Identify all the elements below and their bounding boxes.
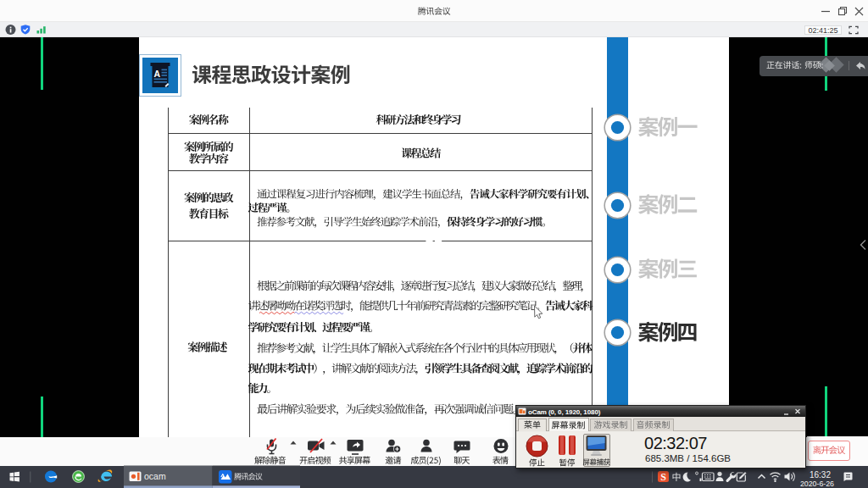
svg-text:oCam (0, 0, 1920, 1080): oCam (0, 0, 1920, 1080) — [528, 408, 601, 416]
svg-text:685.3MB / 154.6GB: 685.3MB / 154.6GB — [645, 453, 731, 463]
svg-text:02:41:25: 02:41:25 — [808, 26, 837, 35]
svg-text:02:32:07: 02:32:07 — [644, 434, 707, 452]
